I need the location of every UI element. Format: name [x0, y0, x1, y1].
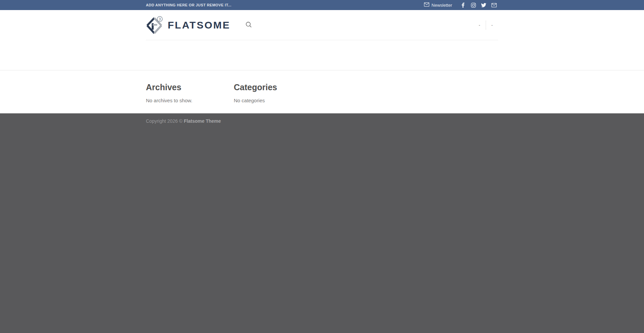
archives-title: Archives [146, 82, 224, 92]
categories-title: Categories [234, 82, 312, 92]
site-header: 3 FLATSOME - - [0, 10, 644, 40]
newsletter-envelope-icon [424, 2, 429, 8]
copyright-brand: Flatsome Theme [184, 118, 221, 124]
search-button[interactable] [243, 19, 255, 31]
categories-empty-text: No categories [234, 98, 312, 103]
social-links [459, 1, 498, 9]
newsletter-label: Newsletter [432, 3, 452, 8]
copyright-text: Copyright 2026 © Flatsome Theme [146, 118, 498, 124]
top-bar: ADD ANYTHING HERE OR JUST REMOVE IT... N… [0, 0, 644, 10]
absolute-footer: Copyright 2026 © Flatsome Theme [0, 113, 644, 333]
newsletter-link[interactable]: Newsletter [424, 2, 452, 8]
logo-text: FLATSOME [168, 19, 230, 31]
facebook-icon[interactable] [459, 1, 467, 9]
instagram-icon[interactable] [469, 1, 477, 9]
flatsome-logo-icon: 3 [146, 16, 163, 34]
twitter-icon[interactable] [480, 1, 488, 9]
header-nav-item-1[interactable]: - [473, 10, 485, 40]
search-icon [245, 21, 252, 29]
main-content [0, 40, 644, 70]
widget-categories: Categories No categories [234, 82, 322, 103]
footer-widgets: Archives No archives to show. Categories… [0, 70, 644, 113]
logo-badge-3: 3 [159, 17, 161, 21]
header-nav-item-2[interactable]: - [486, 10, 498, 40]
copyright-prefix: Copyright 2026 © [146, 118, 184, 124]
archives-empty-text: No archives to show. [146, 98, 224, 103]
widget-archives: Archives No archives to show. [146, 82, 234, 103]
topbar-message: ADD ANYTHING HERE OR JUST REMOVE IT... [146, 3, 231, 7]
email-icon[interactable] [490, 1, 498, 9]
header-nav: - - [473, 10, 498, 40]
topbar-right: Newsletter [424, 1, 498, 9]
site-logo[interactable]: 3 FLATSOME [146, 16, 230, 34]
